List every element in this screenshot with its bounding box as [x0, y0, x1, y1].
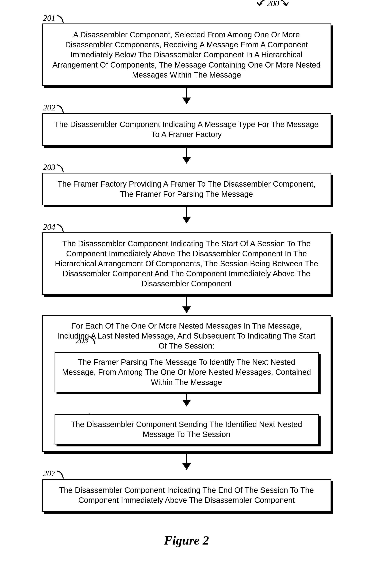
flowchart-page: 200 201 A Disassembler Component, Select…	[0, 0, 373, 563]
hook-icon	[57, 224, 65, 232]
arrow-icon	[16, 148, 357, 164]
step-box-203: The Framer Factory Providing A Framer To…	[42, 173, 331, 205]
ref-201-text: 201	[43, 13, 55, 23]
step-box-202: The Disassembler Component Indicating A …	[42, 113, 331, 146]
step-text-201: A Disassembler Component, Selected From …	[50, 30, 323, 80]
step-text-205: The Framer Parsing The Message To Identi…	[61, 357, 312, 387]
step-text-204: The Disassembler Component Indicating Th…	[50, 239, 323, 289]
step-box-206: The Disassembler Component Sending The I…	[55, 414, 319, 444]
step-box-204: The Disassembler Component Indicating Th…	[42, 232, 331, 295]
ref-label-205: 205	[76, 336, 97, 345]
hook-icon	[57, 15, 65, 23]
arrow-icon	[16, 297, 357, 313]
ref-205-text: 205	[76, 336, 88, 345]
loop-row: For Each Of The One Or More Nested Messa…	[16, 315, 357, 452]
ref-202-text: 202	[43, 103, 55, 112]
ref-204-text: 204	[43, 222, 55, 232]
step-text-206: The Disassembler Component Sending The I…	[61, 420, 312, 439]
arrow-icon	[16, 88, 357, 104]
hook-icon	[88, 336, 97, 344]
ref-label-203: 203	[43, 163, 65, 173]
ref-203-text: 203	[43, 163, 55, 172]
step-box-201: A Disassembler Component, Selected From …	[42, 23, 331, 86]
ref-main-text: 200	[267, 0, 279, 8]
step-text-202: The Disassembler Component Indicating A …	[50, 119, 323, 139]
step-row-207: 207 The Disassembler Component Indicatin…	[16, 479, 357, 511]
step-text-203: The Framer Factory Providing A Framer To…	[50, 179, 323, 199]
step-box-205: The Framer Parsing The Message To Identi…	[55, 352, 319, 392]
hook-arrow-right-icon	[279, 0, 291, 10]
step-row-204: 204 The Disassembler Component Indicatin…	[16, 232, 357, 295]
hook-arrow-left-icon	[255, 0, 267, 10]
step-row-201: 201 A Disassembler Component, Selected F…	[16, 23, 357, 86]
arrow-icon	[49, 394, 325, 407]
step-text-207: The Disassembler Component Indicating Th…	[50, 485, 323, 505]
loop-box: For Each Of The One Or More Nested Messa…	[42, 315, 331, 452]
arrow-icon	[16, 454, 357, 470]
ref-label-202: 202	[43, 103, 65, 113]
hook-icon	[57, 105, 65, 113]
hook-icon	[57, 164, 65, 173]
step-box-207: The Disassembler Component Indicating Th…	[42, 479, 331, 511]
step-row-202: 202 The Disassembler Component Indicatin…	[16, 113, 357, 146]
figure-caption: Figure 2	[16, 533, 357, 548]
ref-label-201: 201	[43, 13, 65, 23]
hook-icon	[57, 470, 65, 479]
arrow-icon	[16, 207, 357, 223]
step-row-203: 203 The Framer Factory Providing A Frame…	[16, 173, 357, 205]
ref-label-207: 207	[43, 469, 65, 479]
figure-ref-main: 200	[255, 0, 291, 10]
ref-207-text: 207	[43, 469, 55, 478]
ref-label-204: 204	[43, 222, 65, 232]
